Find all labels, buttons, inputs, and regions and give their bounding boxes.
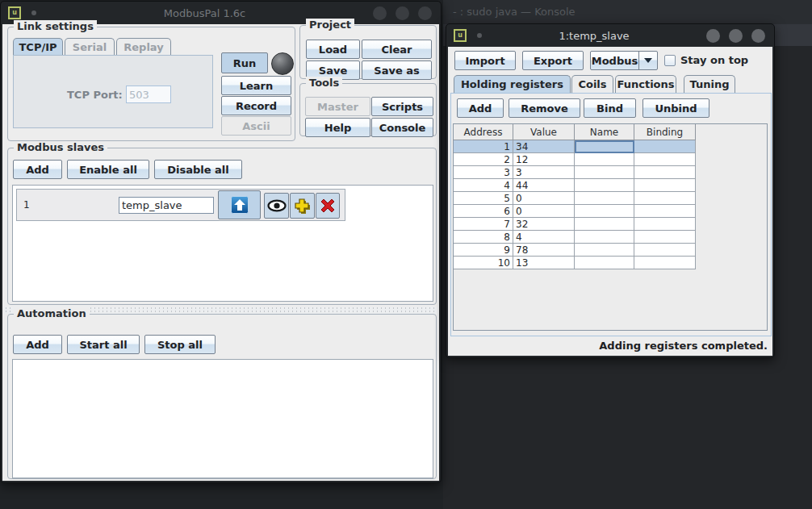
close-button[interactable] [751, 29, 765, 43]
cell-address[interactable]: 4 [454, 179, 513, 192]
cell-value[interactable]: 44 [513, 179, 575, 192]
register-row[interactable]: 732 [454, 218, 767, 231]
minimize-button[interactable] [373, 6, 387, 20]
stay-on-top-checkbox[interactable] [664, 55, 676, 66]
tab-tcpip[interactable]: TCP/IP [13, 38, 63, 55]
enable-all-button[interactable]: Enable all [67, 160, 149, 179]
register-row[interactable]: 1013 [454, 257, 767, 269]
cell-binding[interactable] [634, 153, 696, 166]
stop-all-button[interactable]: Stop all [144, 335, 216, 354]
column-header-name[interactable]: Name [575, 124, 634, 140]
learn-button[interactable]: Learn [221, 76, 291, 95]
cell-address[interactable]: 8 [454, 231, 513, 244]
tab-functions[interactable]: Functions [615, 75, 676, 93]
cell-address[interactable]: 3 [454, 166, 513, 179]
column-header-address[interactable]: Address [454, 124, 513, 140]
cell-address[interactable]: 10 [454, 257, 513, 269]
slave-add-button[interactable]: Add [13, 160, 62, 179]
cell-binding[interactable] [634, 166, 696, 179]
register-row[interactable]: 50 [454, 192, 767, 205]
console-button[interactable]: Console [371, 118, 433, 137]
column-header-value[interactable]: Value [513, 124, 575, 140]
cell-binding[interactable] [634, 257, 696, 269]
minimize-button[interactable] [706, 29, 720, 43]
cell-value[interactable]: 78 [513, 244, 575, 257]
cell-value[interactable]: 3 [513, 166, 575, 179]
cell-binding[interactable] [634, 231, 696, 244]
slave-duplicate-button[interactable] [290, 193, 315, 219]
cell-address[interactable]: 1 [454, 140, 513, 153]
export-button[interactable]: Export [522, 51, 584, 70]
cell-binding[interactable] [634, 179, 696, 192]
cell-value[interactable]: 12 [513, 153, 575, 166]
register-row[interactable]: 212 [454, 153, 767, 166]
disable-all-button[interactable]: Disable all [154, 160, 242, 179]
modbus-combobox[interactable]: Modbus [590, 51, 658, 70]
automation-add-button[interactable]: Add [13, 335, 62, 354]
save-as-button[interactable]: Save as [362, 60, 432, 80]
cell-binding[interactable] [634, 140, 696, 153]
cell-binding[interactable] [634, 192, 696, 205]
register-bind-button[interactable]: Bind [584, 98, 636, 118]
cell-name[interactable] [575, 205, 634, 218]
cell-name[interactable] [575, 179, 634, 192]
cell-name[interactable] [575, 231, 634, 244]
cell-value[interactable]: 32 [513, 218, 575, 231]
cell-value[interactable]: 0 [513, 205, 575, 218]
start-all-button[interactable]: Start all [67, 335, 140, 354]
tab-tuning[interactable]: Tuning [684, 75, 735, 93]
register-row[interactable]: 444 [454, 179, 767, 192]
cell-binding[interactable] [634, 205, 696, 218]
maximize-button[interactable] [729, 29, 743, 43]
cell-address[interactable]: 9 [454, 244, 513, 257]
cell-value[interactable]: 13 [513, 257, 575, 269]
cell-name[interactable] [575, 218, 634, 231]
slave-name-input[interactable] [119, 197, 214, 214]
cell-value[interactable]: 34 [513, 140, 575, 153]
register-add-button[interactable]: Add [457, 98, 504, 118]
slave-row[interactable]: 1 [16, 189, 345, 221]
cell-address[interactable]: 5 [454, 192, 513, 205]
help-button[interactable]: Help [305, 118, 370, 137]
register-remove-button[interactable]: Remove [509, 98, 580, 118]
close-button[interactable] [418, 6, 432, 20]
register-unbind-button[interactable]: Unbind [642, 98, 709, 118]
register-row[interactable]: 978 [454, 244, 767, 257]
cell-name[interactable] [575, 192, 634, 205]
load-button[interactable]: Load [306, 40, 360, 59]
cell-name[interactable] [575, 166, 634, 179]
register-row[interactable]: 33 [454, 166, 767, 179]
slave-visibility-button[interactable] [264, 193, 289, 219]
combo-arrow-section[interactable] [638, 52, 657, 69]
register-row[interactable]: 60 [454, 205, 767, 218]
cell-value[interactable]: 0 [513, 192, 575, 205]
cell-name[interactable] [575, 244, 634, 257]
import-button[interactable]: Import [454, 51, 516, 70]
cell-name[interactable] [575, 153, 634, 166]
cell-name[interactable] [575, 140, 634, 153]
cell-binding[interactable] [634, 218, 696, 231]
cell-value[interactable]: 4 [513, 231, 575, 244]
tab-coils[interactable]: Coils [571, 75, 613, 93]
cell-name[interactable] [575, 257, 634, 269]
register-table[interactable]: Address Value Name Binding 1342123344450… [453, 123, 768, 331]
record-button[interactable]: Record [221, 96, 291, 115]
run-button[interactable]: Run [221, 52, 268, 73]
cell-binding[interactable] [634, 244, 696, 257]
cell-address[interactable]: 2 [454, 153, 513, 166]
cell-address[interactable]: 7 [454, 218, 513, 231]
konsole-titlebar[interactable]: - : sudo java — Konsole [443, 0, 812, 24]
register-row[interactable]: 84 [454, 231, 767, 244]
slave-enable-toggle[interactable] [218, 190, 261, 219]
register-row[interactable]: 134 [454, 140, 767, 153]
register-table-body[interactable]: 134212334445060732849781013 [454, 140, 767, 269]
register-table-header[interactable]: Address Value Name Binding [454, 124, 767, 140]
cell-address[interactable]: 6 [454, 205, 513, 218]
slave-titlebar[interactable]: u 1:temp_slave [446, 24, 774, 47]
tab-holding-registers[interactable]: Holding registers [454, 75, 571, 93]
scripts-button[interactable]: Scripts [371, 97, 433, 116]
slave-delete-button[interactable] [316, 193, 340, 219]
maximize-button[interactable] [396, 6, 409, 20]
column-header-binding[interactable]: Binding [634, 124, 696, 140]
clear-button[interactable]: Clear [362, 40, 432, 59]
